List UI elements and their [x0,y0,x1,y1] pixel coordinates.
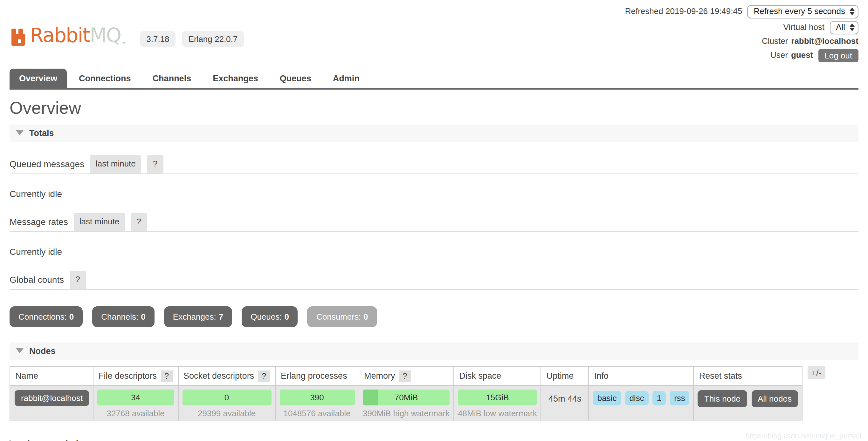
log-out-button[interactable]: Log out [818,49,859,62]
help-icon[interactable]: ? [258,370,270,382]
totals-section-label: Totals [29,128,54,138]
totals-section-header[interactable]: Totals [9,125,859,142]
queued-messages-label: Queued messages [9,155,84,173]
info-badge-rss: rss [670,391,690,405]
file-descriptors-cell: 34 32768 available [93,385,178,421]
file-descriptors-used: 34 [131,393,140,402]
uptime-cell: 45m 44s [541,385,589,421]
queued-window-tab[interactable]: last minute [90,155,142,173]
consumers-count-label: Consumers: [316,312,361,321]
brand-trademark: ™ [121,41,126,47]
reset-this-node-button[interactable]: This node [698,390,747,407]
socket-descriptors-available: 29399 available [182,409,271,418]
help-icon[interactable]: ? [399,370,411,382]
brand-mq: MQ [90,24,121,46]
exchanges-count-button[interactable]: Exchanges:7 [164,306,232,327]
virtual-host-label: Virtual host [783,23,825,32]
memory-meter: 70MiB [363,389,450,405]
queues-count-button[interactable]: Queues:0 [242,306,298,327]
nodes-section-header[interactable]: Nodes [9,342,859,360]
col-ep-label: Erlang processes [281,371,347,381]
churn-statistics-label: Churn statistics [21,438,88,441]
global-counts-help-button[interactable]: ? [70,271,86,289]
disk-watermark: 48MiB low watermark [458,409,537,418]
col-reset-label: Reset stats [699,371,742,381]
select-arrows-icon [849,8,855,15]
col-socket-descriptors: Socket descriptors? [178,366,275,385]
rabbitmq-rabbit-icon [9,26,29,49]
tab-overview[interactable]: Overview [9,69,67,88]
erlang-processes-cell: 390 1048576 available [275,385,359,421]
rates-window-tab[interactable]: last minute [74,213,125,231]
version-badges: 3.7.18 Erlang 22.0.7 [140,31,244,47]
virtual-host-value: All [836,23,845,32]
tab-admin[interactable]: Admin [323,69,369,88]
memory-cell: 70MiB 390MiB high watermark [359,385,454,421]
virtual-host-select[interactable]: All [830,21,859,34]
connections-count-label: Connections: [19,312,67,321]
file-descriptors-meter: 34 [97,389,174,405]
refreshed-label: Refreshed [625,7,663,16]
user-row: User guest Log out [770,49,859,62]
consumers-count-value: 0 [364,312,368,321]
col-info: Info [589,366,694,385]
node-name-link[interactable]: rabbit@localhost [14,390,89,406]
exchanges-count-value: 7 [219,312,223,321]
channels-count-value: 0 [141,312,145,321]
node-name-cell: rabbit@localhost [10,385,93,421]
erlang-version-badge: Erlang 22.0.7 [182,31,244,47]
brand-area: RabbitMQ™ 3.7.18 Erlang 22.0.7 [9,5,244,65]
info-cell: basic disc 1 rss [589,385,694,421]
col-name-label: Name [15,371,38,381]
nodes-table-zone: Name File descriptors? Socket descriptor… [9,366,859,421]
nodes-table-header-row: Name File descriptors? Socket descriptor… [10,366,802,385]
consumers-count-button[interactable]: Consumers:0 [307,306,377,327]
queued-idle-text: Currently idle [9,189,859,199]
global-counts-header: Global counts ? [9,271,859,290]
rabbitmq-management-page: RabbitMQ™ 3.7.18 Erlang 22.0.7 Refreshed… [0,0,868,441]
erlang-processes-available: 1048576 available [279,409,354,418]
message-rates-label: Message rates [9,213,68,231]
queued-help-button[interactable]: ? [147,155,163,173]
help-icon[interactable]: ? [161,370,173,382]
col-memory-label: Memory [364,371,395,381]
info-badge-disc: disc [625,391,648,405]
tab-exchanges[interactable]: Exchanges [203,69,268,88]
message-rates-header: Message rates last minute ? [9,213,859,232]
col-fd-label: File descriptors [99,371,157,381]
user-name: guest [791,51,813,60]
col-disk-space: Disk space [454,366,541,385]
col-sd-label: Socket descriptors [183,371,254,381]
global-counts-label: Global counts [9,271,64,289]
cluster-row: Cluster rabbit@localhost [762,37,859,46]
info-badge-count: 1 [652,391,666,405]
global-count-buttons: Connections:0 Channels:0 Exchanges:7 Que… [9,306,859,327]
reset-buttons: This node All nodes [698,389,798,407]
erlang-processes-meter: 390 [279,389,354,405]
rates-idle-text: Currently idle [9,246,859,257]
tab-queues[interactable]: Queues [270,69,321,88]
rates-help-button[interactable]: ? [131,213,147,231]
col-reset-stats: Reset stats [694,366,802,385]
queued-messages-header: Queued messages last minute ? [9,155,859,174]
brand-text: RabbitMQ™ [30,26,126,47]
col-memory: Memory? [359,366,454,385]
reset-all-nodes-button[interactable]: All nodes [751,390,798,407]
columns-expander-button[interactable]: +/- [808,366,825,379]
col-uptime-label: Uptime [547,371,574,381]
col-uptime: Uptime [541,366,589,385]
triangle-down-icon [16,348,24,353]
tab-connections[interactable]: Connections [69,69,141,88]
tab-channels[interactable]: Channels [143,69,201,88]
col-name: Name [10,366,93,385]
nodes-section-label: Nodes [29,346,56,356]
channels-count-button[interactable]: Channels:0 [92,306,155,327]
socket-descriptors-cell: 0 29399 available [178,385,275,421]
rabbitmq-logo[interactable]: RabbitMQ™ [9,26,126,49]
churn-statistics-section-header[interactable]: Churn statistics [9,438,859,441]
triangle-down-icon [16,131,24,136]
info-badge-basic: basic [593,391,621,405]
connections-count-button[interactable]: Connections:0 [9,306,83,327]
refresh-interval-select[interactable]: Refresh every 5 seconds [747,5,859,19]
connections-count-value: 0 [69,312,74,321]
